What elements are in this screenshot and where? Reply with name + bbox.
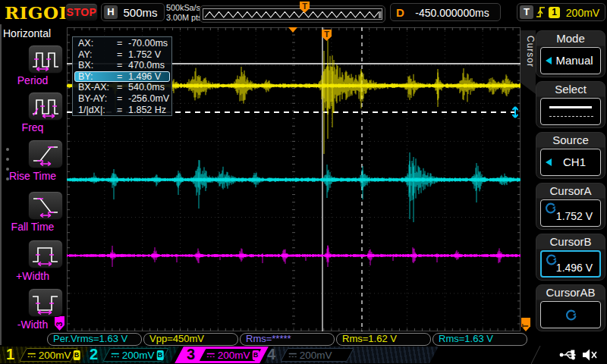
- left-menu-button-period[interactable]: [28, 45, 63, 74]
- scroll-indicator-dot: [6, 148, 9, 151]
- rise-icon: [30, 142, 61, 166]
- sample-rate: 500kSa/s: [166, 3, 202, 13]
- menu-group-value-box[interactable]: [540, 98, 601, 125]
- readout-value: 1.752 V: [128, 49, 161, 61]
- left-menu-button-pwidth[interactable]: [28, 240, 63, 268]
- channel-scale: 200mV: [122, 350, 155, 361]
- channel-4-number[interactable]: 4: [267, 346, 275, 363]
- menu-group-title: Source: [536, 133, 605, 146]
- bandwidth-limit-icon: B: [157, 350, 164, 360]
- readout-row: AX:=-70.00ms: [73, 38, 171, 49]
- left-menu-label: Fall Time: [0, 221, 65, 233]
- menu-group-title: Select: [536, 83, 605, 96]
- left-menu-button-fall[interactable]: [28, 191, 63, 220]
- horizontal-position-marker[interactable]: [288, 27, 297, 33]
- cursor-readout-panel: AX:=-70.00msAY:=1.752 VBX:=470.0msBY:=1.…: [72, 36, 172, 116]
- readout-equals: =: [117, 71, 122, 83]
- channel-3-settings-box[interactable]: 200mVB: [198, 348, 263, 362]
- channel-4-settings-box[interactable]: 200mV: [280, 348, 354, 362]
- menu-group-value-box[interactable]: CH1: [540, 149, 601, 176]
- measurement-readout: Rms=1.62 V: [336, 333, 431, 346]
- left-menu-button-nwidth[interactable]: [28, 288, 63, 317]
- scroll-indicator-dot: [6, 158, 9, 161]
- bandwidth-limit-icon: B: [74, 350, 80, 360]
- menu-group-value-box[interactable]: 1.752 V: [540, 199, 601, 227]
- readout-value: 1.496 V: [128, 71, 161, 83]
- readout-label: BX:: [78, 60, 93, 71]
- channel-settings: 200mVB: [27, 350, 80, 361]
- memory-preview-bar[interactable]: T: [200, 5, 385, 23]
- menu-value: 1.752 V: [549, 210, 600, 222]
- left-menu-label: Freq: [0, 121, 65, 133]
- menu-group-source[interactable]: SourceCH1: [536, 132, 605, 179]
- rotate-knob-icon: [565, 309, 578, 322]
- memory-window: [203, 8, 382, 20]
- menu-group-cursorb[interactable]: CursorB1.496 V: [536, 234, 605, 281]
- menu-group-value-box[interactable]: Manual: [540, 47, 601, 74]
- channel-settings: 200mVB: [111, 350, 164, 361]
- menu-group-select[interactable]: Select: [536, 81, 605, 128]
- readout-equals: =: [117, 60, 122, 71]
- menu-group-value-box[interactable]: 1.496 V: [540, 250, 601, 278]
- scroll-indicator-dot: [6, 168, 9, 171]
- horizontal-timebase-box[interactable]: H 500ms: [101, 3, 165, 21]
- measurement-readout: Per.Vrms=1.63 V: [47, 333, 142, 346]
- readout-label: BY:: [78, 71, 93, 83]
- rising-edge-icon: [536, 5, 546, 19]
- pwidth-icon: [30, 242, 61, 266]
- readout-row: AY:=1.752 V: [73, 49, 171, 61]
- timebase-value: 500ms: [118, 6, 162, 19]
- menu-group-title: Mode: [536, 32, 605, 45]
- bandwidth-limit-icon: B: [253, 350, 259, 360]
- readout-label: BX-AX:: [78, 82, 109, 93]
- trigger-level-value: 200mV: [561, 7, 604, 19]
- readout-row: BX:=470.0ms: [73, 60, 171, 71]
- cursor-a-line-icon: [549, 106, 592, 108]
- left-menu-label: Period: [0, 74, 65, 86]
- readout-equals: =: [117, 49, 122, 61]
- menu-group-title: CursorA: [536, 184, 605, 197]
- channel-1-number[interactable]: 1: [6, 346, 14, 363]
- rigol-logo: RIGOL: [5, 2, 71, 23]
- horizontal-label: H: [104, 5, 118, 19]
- screen-left-edge: [0, 24, 2, 345]
- trigger-level-marker[interactable]: T: [521, 318, 530, 331]
- readout-value: 470.0ms: [128, 60, 165, 71]
- menu-group-value-box[interactable]: [540, 301, 601, 328]
- channel-2-number[interactable]: 2: [90, 346, 98, 363]
- left-menu-button-rise[interactable]: [28, 140, 63, 168]
- channel-1-settings-box[interactable]: 200mVB: [19, 348, 78, 362]
- trigger-settings-box[interactable]: T 1 200mV: [517, 3, 605, 21]
- left-menu-button-freq[interactable]: [28, 92, 63, 121]
- cursor-menu-tab[interactable]: Cursor: [521, 30, 536, 94]
- menu-group-mode[interactable]: ModeManual: [536, 30, 605, 77]
- readout-row: BX-AX:=540.0ms: [73, 82, 171, 93]
- sample-rate-info: 500kSa/s 3.00M pts: [166, 3, 202, 22]
- coupling-dc-icon: [206, 351, 215, 359]
- coupling-dc-icon: [27, 351, 36, 359]
- channel-scale: 200mV: [300, 350, 332, 361]
- left-menu-label: -Width: [0, 318, 65, 331]
- fall-icon: [30, 193, 61, 218]
- menu-group-cursorab[interactable]: CursorAB: [536, 284, 605, 331]
- cursor-b-line-icon: [549, 116, 593, 117]
- menu-value: CH1: [549, 155, 600, 168]
- channel-3-number[interactable]: 3: [187, 346, 195, 363]
- nwidth-icon: [30, 290, 61, 315]
- delay-value: -450.000000ms: [406, 7, 498, 19]
- trigger-label: T: [520, 5, 533, 19]
- menu-group-title: CursorAB: [536, 286, 605, 299]
- system-icons: [531, 346, 607, 364]
- channel-scale: 200mV: [218, 350, 250, 361]
- readout-equals: =: [117, 105, 122, 116]
- delay-readout-box[interactable]: D -450.000000ms: [390, 3, 501, 21]
- left-menu-title: Horizontal: [3, 27, 51, 39]
- channel-settings: 200mVB: [206, 350, 259, 361]
- channel-2-settings-box[interactable]: 200mVB: [102, 348, 169, 362]
- readout-label: BY-AY:: [78, 93, 107, 105]
- freq-icon: [30, 94, 61, 118]
- menu-group-cursora[interactable]: CursorA1.752 V: [536, 183, 605, 230]
- measurement-readout: Rms=1.63 V: [432, 333, 527, 346]
- channel-status-bar: 1200mVB2200mVB3200mVB4200mV: [0, 346, 607, 364]
- run-state-button[interactable]: STOP: [65, 3, 98, 21]
